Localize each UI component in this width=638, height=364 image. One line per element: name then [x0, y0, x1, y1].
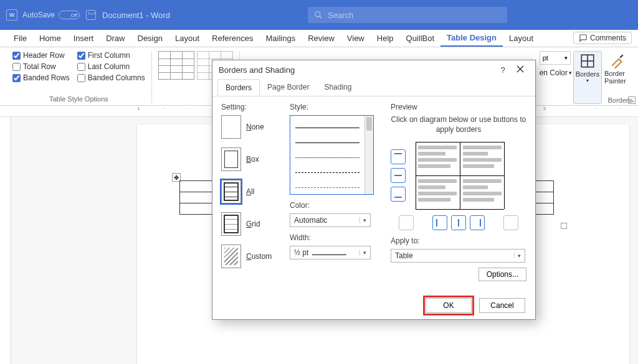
- pen-weight-dropdown[interactable]: pt▾: [540, 51, 571, 65]
- title-bar: W AutoSave Off Document1 - Word Search: [0, 0, 638, 30]
- pen-color-dropdown[interactable]: en Color ▾: [540, 68, 572, 77]
- preview-label: Preview: [391, 103, 526, 111]
- comments-label: Comments: [590, 34, 626, 42]
- tab-insert[interactable]: Insert: [67, 30, 100, 47]
- dialog-launcher-icon[interactable]: ↘: [628, 96, 636, 104]
- diag-down-button[interactable]: [399, 215, 414, 230]
- search-input[interactable]: Search: [308, 7, 507, 23]
- table-resize-handle-icon[interactable]: [561, 223, 567, 229]
- search-icon: [314, 11, 323, 19]
- edge-right-button[interactable]: [470, 215, 485, 230]
- tab-layout[interactable]: Layout: [169, 30, 206, 47]
- tab-mailings[interactable]: Mailings: [260, 30, 302, 47]
- tab-home[interactable]: Home: [33, 30, 67, 47]
- cancel-button[interactable]: Cancel: [479, 298, 525, 313]
- tab-layout-2[interactable]: Layout: [503, 30, 540, 47]
- setting-none[interactable]: None: [221, 115, 281, 139]
- style-dashed[interactable]: [295, 164, 359, 173]
- dialog-help-button[interactable]: ?: [494, 65, 512, 75]
- dialog-tab-borders[interactable]: Borders: [217, 79, 260, 96]
- border-painter-icon: [609, 52, 626, 68]
- table-style-options-group: Header Row First Column Total Row Last C…: [6, 51, 152, 104]
- tab-view[interactable]: View: [341, 30, 371, 47]
- edge-hmiddle-button[interactable]: [391, 168, 406, 183]
- setting-box[interactable]: Box: [221, 147, 281, 171]
- total-row-checkbox[interactable]: Total Row: [12, 62, 70, 71]
- edge-vmiddle-button[interactable]: [451, 215, 466, 230]
- setting-grid[interactable]: Grid: [221, 212, 281, 236]
- dialog-title: Borders and Shading: [219, 65, 295, 75]
- edge-bottom-button[interactable]: [391, 187, 406, 202]
- setting-label: Setting:: [221, 103, 281, 111]
- color-dropdown[interactable]: Automatic▾: [290, 213, 371, 227]
- comment-icon: [579, 34, 588, 42]
- tab-quillbot[interactable]: QuillBot: [400, 30, 441, 47]
- ok-button[interactable]: OK: [426, 298, 472, 313]
- style-solid-thin[interactable]: [295, 134, 359, 143]
- autosave-toggle[interactable]: Off: [59, 11, 80, 19]
- table-style-options-label: Table Style Options: [49, 95, 108, 104]
- color-label: Color:: [290, 201, 382, 210]
- svg-line-1: [320, 16, 322, 19]
- banded-rows-checkbox[interactable]: Banded Rows: [12, 73, 70, 82]
- border-style-listbox[interactable]: [290, 115, 374, 195]
- tab-references[interactable]: References: [206, 30, 259, 47]
- dialog-titlebar: Borders and Shading ?: [212, 60, 535, 79]
- borders-button[interactable]: Borders ▾: [573, 51, 602, 104]
- autosave-label: AutoSave: [22, 11, 55, 19]
- setting-custom[interactable]: Custom: [221, 245, 281, 268]
- document-title: Document1 - Word: [102, 11, 170, 20]
- table-style-thumb[interactable]: [158, 51, 194, 80]
- diag-up-button[interactable]: [503, 215, 518, 230]
- style-label: Style:: [290, 103, 382, 111]
- tab-file[interactable]: File: [7, 30, 33, 47]
- dialog-tab-page-border[interactable]: Page Border: [260, 79, 317, 96]
- edge-top-button[interactable]: [391, 149, 406, 164]
- style-scrollbar[interactable]: [364, 116, 373, 194]
- applyto-label: Apply to:: [391, 236, 526, 245]
- style-solid[interactable]: [295, 119, 359, 128]
- borders-shading-dialog: Borders and Shading ? Borders Page Borde…: [212, 60, 536, 320]
- edge-left-button[interactable]: [432, 215, 447, 230]
- applyto-dropdown[interactable]: Table▾: [391, 249, 525, 263]
- dialog-close-button[interactable]: [512, 65, 529, 75]
- save-icon[interactable]: [86, 10, 96, 20]
- vertical-ruler: [0, 117, 11, 364]
- width-label: Width:: [290, 233, 382, 242]
- tab-design[interactable]: Design: [131, 30, 169, 47]
- setting-all[interactable]: All: [221, 180, 281, 203]
- last-column-checkbox[interactable]: Last Column: [77, 62, 145, 71]
- style-dotted[interactable]: [295, 149, 359, 158]
- dialog-tab-shading[interactable]: Shading: [317, 79, 359, 96]
- preview-diagram[interactable]: [409, 139, 510, 212]
- style-dashdot[interactable]: [295, 179, 359, 188]
- close-icon: [517, 65, 524, 73]
- dialog-tabs: Borders Page Border Shading: [212, 79, 535, 96]
- tab-draw[interactable]: Draw: [100, 30, 131, 47]
- word-app-icon: W: [6, 9, 17, 21]
- tab-help[interactable]: Help: [371, 30, 400, 47]
- tab-table-design[interactable]: Table Design: [440, 30, 503, 47]
- svg-point-0: [315, 12, 320, 17]
- comments-button[interactable]: Comments: [573, 32, 632, 44]
- borders-icon: [579, 53, 596, 69]
- tab-review[interactable]: Review: [302, 30, 341, 47]
- options-button[interactable]: Options...: [478, 268, 526, 281]
- header-row-checkbox[interactable]: Header Row: [12, 51, 70, 60]
- ribbon-tabs: File Home Insert Draw Design Layout Refe…: [0, 30, 638, 47]
- banded-columns-checkbox[interactable]: Banded Columns: [77, 73, 145, 82]
- first-column-checkbox[interactable]: First Column: [77, 51, 145, 60]
- width-dropdown[interactable]: ½ pt▾: [290, 246, 371, 259]
- preview-hint: Click on diagram below or use buttons to…: [391, 115, 526, 134]
- search-placeholder: Search: [328, 11, 353, 20]
